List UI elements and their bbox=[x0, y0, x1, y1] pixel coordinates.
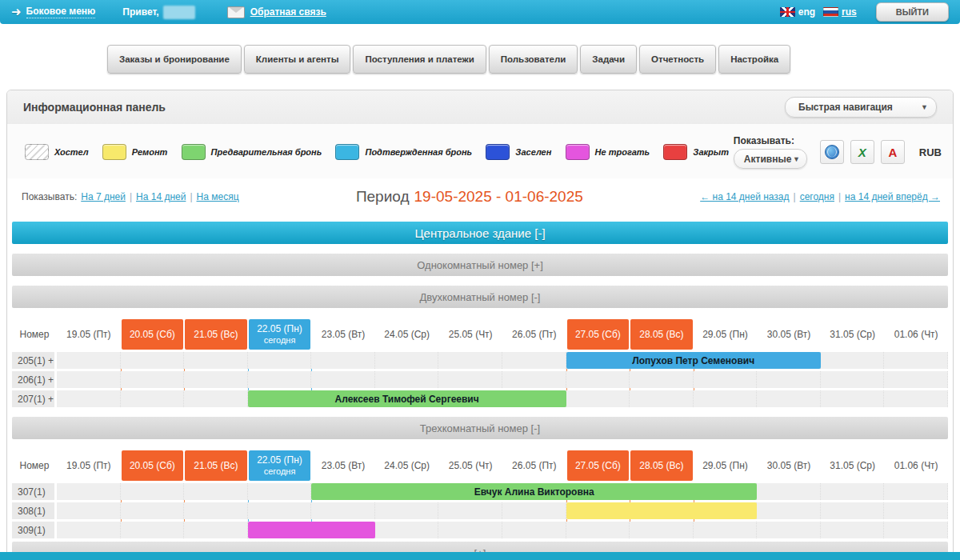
calendar-cell[interactable] bbox=[375, 522, 439, 538]
range-14-days-link[interactable]: На 14 дней bbox=[136, 191, 186, 202]
feedback-link[interactable]: Обратная связь bbox=[250, 6, 326, 18]
calendar-cell[interactable] bbox=[502, 371, 566, 388]
calendar-cell[interactable] bbox=[375, 371, 439, 388]
calendar-cell[interactable] bbox=[438, 502, 502, 519]
calendar-cell[interactable] bbox=[821, 483, 885, 500]
calendar-cell[interactable] bbox=[757, 522, 821, 538]
nav-tab-6[interactable]: Настройка bbox=[718, 45, 790, 74]
calendar-cell[interactable] bbox=[184, 390, 248, 407]
calendar-cell[interactable] bbox=[248, 502, 312, 519]
calendar-cell[interactable] bbox=[694, 390, 758, 407]
lang-eng[interactable]: eng bbox=[780, 6, 815, 18]
calendar-cell[interactable] bbox=[566, 371, 630, 388]
nav-tab-3[interactable]: Пользователи bbox=[489, 45, 578, 74]
calendar-cell[interactable] bbox=[375, 502, 439, 519]
calendar-cell[interactable] bbox=[884, 352, 948, 369]
booking-bar[interactable] bbox=[248, 522, 375, 538]
calendar-cell[interactable] bbox=[630, 522, 694, 538]
calendar-cell[interactable] bbox=[884, 371, 948, 388]
forward-14-days-link[interactable]: на 14 дней вперёд → bbox=[845, 191, 940, 202]
calendar-cell[interactable] bbox=[375, 352, 439, 369]
calendar-cell[interactable] bbox=[884, 483, 948, 500]
calendar-cell[interactable] bbox=[184, 352, 248, 369]
quick-navigation-select[interactable]: Быстрая навигация ▼ bbox=[785, 97, 937, 118]
calendar-cell[interactable] bbox=[884, 502, 948, 519]
calendar-cell[interactable] bbox=[694, 371, 758, 388]
calendar-cell[interactable] bbox=[630, 390, 694, 407]
calendar-cell[interactable] bbox=[57, 352, 121, 369]
calendar-cell[interactable] bbox=[57, 522, 121, 538]
calendar-cell[interactable] bbox=[438, 352, 502, 369]
room-label[interactable]: 206(1) + bbox=[12, 371, 54, 388]
booking-bar[interactable]: Лопухов Петр Семенович bbox=[566, 352, 821, 369]
calendar-cell[interactable] bbox=[821, 502, 885, 519]
booking-bar[interactable] bbox=[566, 502, 758, 519]
room-type-bar[interactable]: Двухкомнатный номер [-] bbox=[12, 286, 948, 308]
calendar-cell[interactable] bbox=[757, 483, 821, 500]
room-type-bar[interactable]: Трехкомнатный номер [-] bbox=[12, 417, 948, 439]
calendar-cell[interactable] bbox=[57, 371, 121, 388]
calendar-cell[interactable] bbox=[57, 502, 121, 519]
calendar-cell[interactable] bbox=[438, 371, 502, 388]
calendar-cell[interactable] bbox=[121, 483, 185, 500]
room-label[interactable]: 205(1) + bbox=[12, 352, 54, 369]
show-filter-select[interactable]: Активные ▼ bbox=[734, 149, 807, 169]
calendar-cell[interactable] bbox=[502, 502, 566, 519]
nav-tab-0[interactable]: Заказы и бронирование bbox=[107, 45, 242, 74]
calendar-cell[interactable] bbox=[121, 371, 185, 388]
calendar-cell[interactable] bbox=[821, 390, 885, 407]
booking-bar[interactable]: Алексеев Тимофей Сергеевич bbox=[248, 390, 566, 407]
calendar-cell[interactable] bbox=[821, 352, 885, 369]
calendar-cell[interactable] bbox=[438, 522, 502, 538]
calendar-cell[interactable] bbox=[248, 371, 312, 388]
calendar-cell[interactable] bbox=[630, 371, 694, 388]
nav-tab-5[interactable]: Отчетность bbox=[639, 45, 716, 74]
today-link[interactable]: сегодня bbox=[800, 191, 834, 202]
range-7-days-link[interactable]: На 7 дней bbox=[81, 191, 126, 202]
calendar-cell[interactable] bbox=[884, 390, 948, 407]
booking-bar[interactable]: Евчук Алина Викторовна bbox=[311, 483, 757, 500]
room-type-bar[interactable]: Однокомнатный номер [+] bbox=[12, 254, 948, 276]
calendar-cell[interactable] bbox=[121, 390, 185, 407]
calendar-cell[interactable] bbox=[57, 390, 121, 407]
calendar-cell[interactable] bbox=[311, 502, 375, 519]
back-14-days-link[interactable]: ← на 14 дней назад bbox=[700, 191, 789, 202]
calendar-cell[interactable] bbox=[566, 522, 630, 538]
calendar-cell[interactable] bbox=[502, 522, 566, 538]
nav-tab-1[interactable]: Клиенты и агенты bbox=[244, 45, 351, 74]
range-month-link[interactable]: На месяц bbox=[197, 191, 239, 202]
calendar-cell[interactable] bbox=[311, 352, 375, 369]
side-menu-link[interactable]: Боковое меню bbox=[26, 6, 96, 18]
nav-tab-2[interactable]: Поступления и платежи bbox=[353, 45, 486, 74]
calendar-cell[interactable] bbox=[57, 483, 121, 500]
html-export-icon[interactable] bbox=[820, 140, 844, 164]
calendar-cell[interactable] bbox=[184, 522, 248, 538]
calendar-cell[interactable] bbox=[757, 502, 821, 519]
calendar-cell[interactable] bbox=[502, 352, 566, 369]
calendar-cell[interactable] bbox=[821, 522, 885, 538]
calendar-cell[interactable] bbox=[248, 483, 312, 500]
room-label[interactable]: 207(1) + bbox=[12, 390, 54, 407]
calendar-cell[interactable] bbox=[757, 371, 821, 388]
calendar-cell[interactable] bbox=[757, 390, 821, 407]
building-header-bar[interactable]: Центральное здание [-] bbox=[12, 222, 948, 244]
excel-export-icon[interactable]: X bbox=[850, 140, 874, 164]
logout-button[interactable]: выйти bbox=[876, 2, 949, 22]
calendar-cell[interactable] bbox=[884, 522, 948, 538]
calendar-cell[interactable] bbox=[248, 352, 312, 369]
calendar-cell[interactable] bbox=[566, 390, 630, 407]
calendar-cell[interactable] bbox=[121, 522, 185, 538]
calendar-cell[interactable] bbox=[311, 371, 375, 388]
calendar-cell[interactable] bbox=[184, 371, 248, 388]
calendar-cell[interactable] bbox=[121, 502, 185, 519]
room-label[interactable]: 307(1) bbox=[12, 483, 54, 500]
room-label[interactable]: 309(1) bbox=[12, 522, 54, 538]
lang-rus[interactable]: rus bbox=[823, 6, 857, 18]
nav-tab-4[interactable]: Задачи bbox=[580, 45, 637, 74]
calendar-cell[interactable] bbox=[821, 371, 885, 388]
room-label[interactable]: 308(1) bbox=[12, 502, 54, 519]
calendar-cell[interactable] bbox=[694, 522, 758, 538]
pdf-export-icon[interactable]: A bbox=[881, 140, 905, 164]
calendar-cell[interactable] bbox=[184, 483, 248, 500]
calendar-cell[interactable] bbox=[121, 352, 185, 369]
